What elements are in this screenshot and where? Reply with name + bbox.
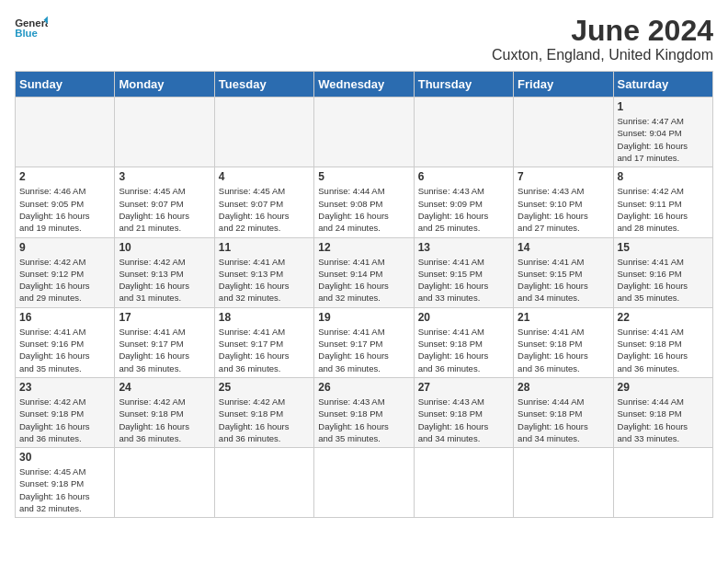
- calendar-subtitle: Cuxton, England, United Kingdom: [492, 47, 713, 63]
- day-info: Sunrise: 4:43 AM Sunset: 9:09 PM Dayligh…: [418, 185, 509, 234]
- calendar-cell: 24Sunrise: 4:42 AM Sunset: 9:18 PM Dayli…: [115, 377, 214, 447]
- calendar-cell: [314, 448, 414, 518]
- calendar-cell: 15Sunrise: 4:41 AM Sunset: 9:16 PM Dayli…: [613, 237, 712, 307]
- day-info: Sunrise: 4:41 AM Sunset: 9:17 PM Dayligh…: [219, 326, 310, 374]
- calendar-cell: 26Sunrise: 4:43 AM Sunset: 9:18 PM Dayli…: [314, 377, 414, 447]
- day-info: Sunrise: 4:45 AM Sunset: 9:07 PM Dayligh…: [119, 185, 210, 234]
- day-info: Sunrise: 4:42 AM Sunset: 9:18 PM Dayligh…: [119, 396, 210, 444]
- week-row-1: 1Sunrise: 4:47 AM Sunset: 9:04 PM Daylig…: [16, 98, 713, 167]
- day-number: 4: [219, 170, 310, 183]
- calendar-cell: [314, 98, 414, 167]
- calendar-cell: 22Sunrise: 4:41 AM Sunset: 9:18 PM Dayli…: [613, 307, 712, 377]
- week-row-2: 2Sunrise: 4:46 AM Sunset: 9:05 PM Daylig…: [16, 167, 713, 237]
- calendar-cell: [214, 448, 313, 518]
- calendar-cell: 18Sunrise: 4:41 AM Sunset: 9:17 PM Dayli…: [214, 307, 313, 377]
- calendar-cell: 21Sunrise: 4:41 AM Sunset: 9:18 PM Dayli…: [514, 307, 613, 377]
- day-info: Sunrise: 4:44 AM Sunset: 9:08 PM Dayligh…: [318, 185, 409, 234]
- calendar-cell: 30Sunrise: 4:45 AM Sunset: 9:18 PM Dayli…: [16, 448, 115, 518]
- calendar-cell: [115, 448, 214, 518]
- day-number: 6: [418, 170, 509, 183]
- day-number: 17: [119, 311, 210, 324]
- calendar-cell: [514, 98, 613, 167]
- day-number: 21: [518, 311, 609, 324]
- day-info: Sunrise: 4:44 AM Sunset: 9:18 PM Dayligh…: [618, 396, 709, 444]
- svg-text:General: General: [15, 17, 48, 29]
- day-info: Sunrise: 4:47 AM Sunset: 9:04 PM Dayligh…: [618, 115, 709, 164]
- day-number: 11: [219, 241, 310, 254]
- day-info: Sunrise: 4:45 AM Sunset: 9:07 PM Dayligh…: [219, 185, 310, 234]
- day-number: 2: [19, 170, 110, 183]
- day-info: Sunrise: 4:41 AM Sunset: 9:13 PM Dayligh…: [219, 256, 310, 304]
- calendar-cell: 23Sunrise: 4:42 AM Sunset: 9:18 PM Dayli…: [16, 377, 115, 447]
- calendar-cell: [514, 448, 613, 518]
- calendar-cell: [115, 98, 214, 167]
- calendar-cell: 19Sunrise: 4:41 AM Sunset: 9:17 PM Dayli…: [314, 307, 414, 377]
- week-row-3: 9Sunrise: 4:42 AM Sunset: 9:12 PM Daylig…: [16, 237, 713, 307]
- title-area: June 2024 Cuxton, England, United Kingdo…: [492, 15, 713, 63]
- calendar-cell: 13Sunrise: 4:41 AM Sunset: 9:15 PM Dayli…: [414, 237, 513, 307]
- logo: General Blue: [15, 15, 48, 42]
- week-row-4: 16Sunrise: 4:41 AM Sunset: 9:16 PM Dayli…: [16, 307, 713, 377]
- day-number: 29: [618, 381, 709, 394]
- day-info: Sunrise: 4:46 AM Sunset: 9:05 PM Dayligh…: [19, 185, 110, 234]
- calendar-body: 1Sunrise: 4:47 AM Sunset: 9:04 PM Daylig…: [16, 98, 713, 518]
- day-number: 24: [119, 381, 210, 394]
- day-number: 23: [19, 381, 110, 394]
- calendar-cell: 7Sunrise: 4:43 AM Sunset: 9:10 PM Daylig…: [514, 167, 613, 237]
- calendar-cell: 6Sunrise: 4:43 AM Sunset: 9:09 PM Daylig…: [414, 167, 513, 237]
- week-row-6: 30Sunrise: 4:45 AM Sunset: 9:18 PM Dayli…: [16, 448, 713, 518]
- day-header-monday: Monday: [115, 72, 214, 98]
- calendar-table: SundayMondayTuesdayWednesdayThursdayFrid…: [15, 71, 713, 518]
- calendar-cell: 5Sunrise: 4:44 AM Sunset: 9:08 PM Daylig…: [314, 167, 414, 237]
- day-info: Sunrise: 4:42 AM Sunset: 9:12 PM Dayligh…: [19, 256, 110, 304]
- day-number: 13: [418, 241, 509, 254]
- day-info: Sunrise: 4:42 AM Sunset: 9:11 PM Dayligh…: [618, 185, 709, 234]
- calendar-header: SundayMondayTuesdayWednesdayThursdayFrid…: [16, 72, 713, 98]
- day-number: 30: [19, 451, 110, 464]
- day-info: Sunrise: 4:42 AM Sunset: 9:18 PM Dayligh…: [19, 396, 110, 444]
- calendar-cell: 28Sunrise: 4:44 AM Sunset: 9:18 PM Dayli…: [514, 377, 613, 447]
- day-info: Sunrise: 4:41 AM Sunset: 9:18 PM Dayligh…: [418, 326, 509, 374]
- day-info: Sunrise: 4:43 AM Sunset: 9:18 PM Dayligh…: [418, 396, 509, 444]
- calendar-cell: 12Sunrise: 4:41 AM Sunset: 9:14 PM Dayli…: [314, 237, 414, 307]
- day-header-saturday: Saturday: [613, 72, 712, 98]
- calendar-cell: [214, 98, 313, 167]
- day-number: 1: [618, 100, 709, 113]
- day-info: Sunrise: 4:41 AM Sunset: 9:16 PM Dayligh…: [19, 326, 110, 374]
- calendar-cell: 2Sunrise: 4:46 AM Sunset: 9:05 PM Daylig…: [16, 167, 115, 237]
- day-number: 9: [19, 241, 110, 254]
- day-info: Sunrise: 4:41 AM Sunset: 9:18 PM Dayligh…: [618, 326, 709, 374]
- day-info: Sunrise: 4:41 AM Sunset: 9:16 PM Dayligh…: [618, 256, 709, 304]
- day-info: Sunrise: 4:44 AM Sunset: 9:18 PM Dayligh…: [518, 396, 609, 444]
- day-info: Sunrise: 4:42 AM Sunset: 9:18 PM Dayligh…: [219, 396, 310, 444]
- calendar-cell: 20Sunrise: 4:41 AM Sunset: 9:18 PM Dayli…: [414, 307, 513, 377]
- day-number: 3: [119, 170, 210, 183]
- calendar-cell: [16, 98, 115, 167]
- day-info: Sunrise: 4:41 AM Sunset: 9:17 PM Dayligh…: [119, 326, 210, 374]
- day-number: 22: [618, 311, 709, 324]
- day-number: 26: [318, 381, 409, 394]
- day-info: Sunrise: 4:41 AM Sunset: 9:14 PM Dayligh…: [318, 256, 409, 304]
- calendar-cell: 14Sunrise: 4:41 AM Sunset: 9:15 PM Dayli…: [514, 237, 613, 307]
- day-header-sunday: Sunday: [16, 72, 115, 98]
- week-row-5: 23Sunrise: 4:42 AM Sunset: 9:18 PM Dayli…: [16, 377, 713, 447]
- day-number: 28: [518, 381, 609, 394]
- day-number: 5: [318, 170, 409, 183]
- day-number: 20: [418, 311, 509, 324]
- day-header-wednesday: Wednesday: [314, 72, 414, 98]
- calendar-cell: 17Sunrise: 4:41 AM Sunset: 9:17 PM Dayli…: [115, 307, 214, 377]
- calendar-cell: 16Sunrise: 4:41 AM Sunset: 9:16 PM Dayli…: [16, 307, 115, 377]
- day-info: Sunrise: 4:42 AM Sunset: 9:13 PM Dayligh…: [119, 256, 210, 304]
- day-number: 10: [119, 241, 210, 254]
- day-number: 18: [219, 311, 310, 324]
- calendar-cell: 27Sunrise: 4:43 AM Sunset: 9:18 PM Dayli…: [414, 377, 513, 447]
- days-of-week-row: SundayMondayTuesdayWednesdayThursdayFrid…: [16, 72, 713, 98]
- calendar-cell: [414, 448, 513, 518]
- calendar-cell: 9Sunrise: 4:42 AM Sunset: 9:12 PM Daylig…: [16, 237, 115, 307]
- calendar-title: June 2024: [492, 15, 713, 47]
- day-number: 15: [618, 241, 709, 254]
- day-info: Sunrise: 4:43 AM Sunset: 9:18 PM Dayligh…: [318, 396, 409, 444]
- day-info: Sunrise: 4:41 AM Sunset: 9:17 PM Dayligh…: [318, 326, 409, 374]
- calendar-cell: 25Sunrise: 4:42 AM Sunset: 9:18 PM Dayli…: [214, 377, 313, 447]
- calendar-cell: 11Sunrise: 4:41 AM Sunset: 9:13 PM Dayli…: [214, 237, 313, 307]
